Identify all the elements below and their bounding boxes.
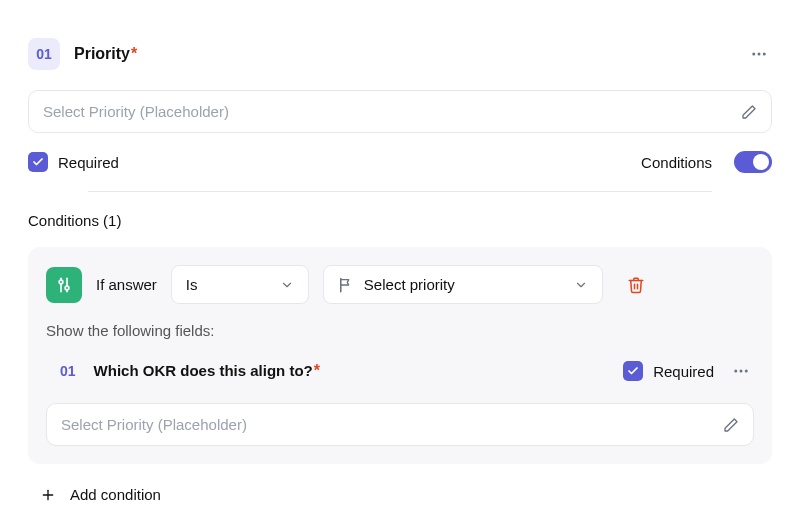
pencil-icon bbox=[741, 104, 757, 120]
kebab-icon bbox=[732, 362, 750, 380]
nested-priority-select[interactable]: Select Priority (Placeholder) bbox=[46, 403, 754, 446]
divider bbox=[88, 191, 712, 192]
nested-field-title-wrap: Which OKR does this align to?* bbox=[94, 362, 320, 380]
chevron-down-icon bbox=[280, 278, 294, 292]
answer-value-placeholder: Select priority bbox=[364, 276, 455, 293]
add-condition-button[interactable]: Add condition bbox=[40, 486, 772, 503]
edit-field-button[interactable] bbox=[741, 104, 757, 120]
answer-value-dropdown[interactable]: Select priority bbox=[323, 265, 603, 304]
nested-field-number: 01 bbox=[56, 355, 80, 387]
conditions-label: Conditions bbox=[641, 154, 712, 171]
settings-sliders-icon bbox=[55, 276, 73, 294]
field-more-menu[interactable] bbox=[746, 41, 772, 67]
if-answer-label: If answer bbox=[96, 276, 157, 293]
trash-icon bbox=[627, 276, 645, 294]
conditions-toggle[interactable] bbox=[734, 151, 772, 173]
required-checkbox[interactable] bbox=[28, 152, 48, 172]
svg-point-10 bbox=[745, 370, 748, 373]
svg-point-0 bbox=[752, 53, 755, 56]
svg-point-4 bbox=[59, 280, 63, 284]
operator-value: Is bbox=[186, 276, 198, 293]
nested-priority-placeholder: Select Priority (Placeholder) bbox=[61, 416, 247, 433]
check-icon bbox=[32, 156, 44, 168]
field-title: Priority bbox=[74, 45, 130, 62]
add-condition-label: Add condition bbox=[70, 486, 161, 503]
field-number-badge: 01 bbox=[28, 38, 60, 70]
svg-point-6 bbox=[65, 286, 69, 290]
svg-point-9 bbox=[740, 370, 743, 373]
plus-icon bbox=[40, 487, 56, 503]
nested-field-more-menu[interactable] bbox=[728, 358, 754, 384]
nested-required-label: Required bbox=[653, 363, 714, 380]
required-star-icon: * bbox=[131, 45, 137, 62]
pencil-icon bbox=[723, 417, 739, 433]
flag-icon bbox=[338, 277, 354, 293]
operator-dropdown[interactable]: Is bbox=[171, 265, 309, 304]
show-fields-label: Show the following fields: bbox=[46, 322, 754, 339]
condition-card: If answer Is Select priority Show the fo… bbox=[28, 247, 772, 464]
nested-field-title: Which OKR does this align to? bbox=[94, 362, 313, 379]
nested-edit-field-button[interactable] bbox=[723, 417, 739, 433]
field-title-wrap: Priority* bbox=[74, 45, 137, 63]
required-star-icon: * bbox=[314, 362, 320, 379]
condition-icon-box bbox=[46, 267, 82, 303]
delete-condition-button[interactable] bbox=[627, 276, 645, 294]
svg-point-1 bbox=[758, 53, 761, 56]
svg-point-8 bbox=[734, 370, 737, 373]
check-icon bbox=[627, 365, 639, 377]
priority-select-placeholder: Select Priority (Placeholder) bbox=[43, 103, 229, 120]
chevron-down-icon bbox=[574, 278, 588, 292]
svg-point-2 bbox=[763, 53, 766, 56]
priority-select[interactable]: Select Priority (Placeholder) bbox=[28, 90, 772, 133]
conditions-section-title: Conditions (1) bbox=[28, 212, 772, 229]
required-label: Required bbox=[58, 154, 119, 171]
nested-required-checkbox[interactable] bbox=[623, 361, 643, 381]
kebab-icon bbox=[750, 45, 768, 63]
